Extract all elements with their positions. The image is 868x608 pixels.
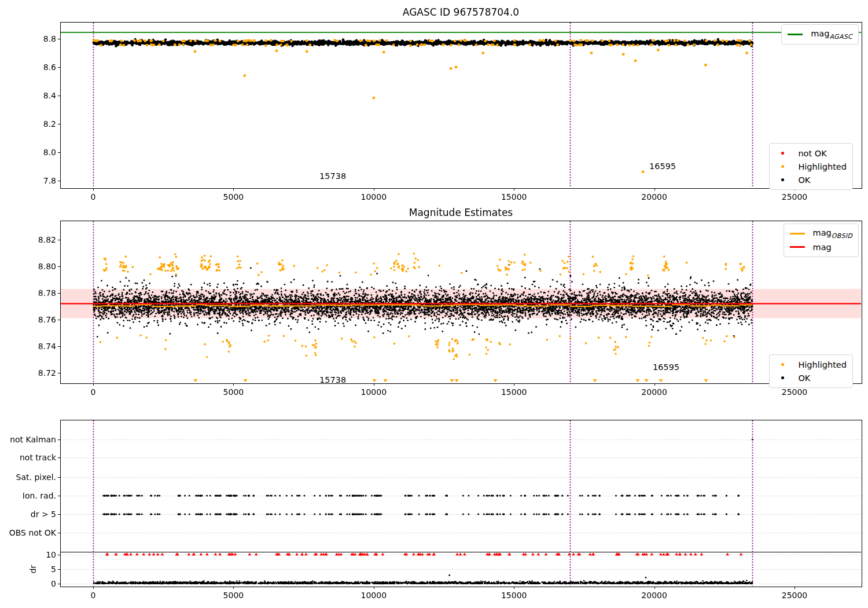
- x-tick-label: 15000: [501, 387, 527, 397]
- legend-label: OK: [798, 175, 810, 185]
- legend-label: Highlighted: [798, 162, 847, 171]
- y-tick-label: 8.6: [0, 63, 56, 72]
- x-tick-label: 10000: [361, 591, 387, 600]
- legend-label: magOBSID: [813, 228, 852, 240]
- legend-label-subscript: AGASC: [829, 33, 852, 41]
- legend-item: OK: [775, 173, 847, 186]
- annotation-obsid-16595: 16595: [649, 162, 676, 171]
- y-tick-label: 7.8: [0, 176, 56, 185]
- x-tick-label: 10000: [361, 192, 387, 202]
- y-tick-label: 8.0: [0, 148, 56, 157]
- legend-item: magAGASC: [788, 28, 852, 41]
- x-tick-label: 0: [91, 192, 96, 202]
- annotation-obsid-16595: 16595: [653, 362, 679, 372]
- legend-label-text: OK: [798, 373, 810, 383]
- x-tick-label: 25000: [782, 591, 808, 600]
- legend-label: Highlighted: [798, 360, 847, 369]
- y-tick-label: 8.76: [0, 315, 56, 324]
- x-tick-label: 20000: [641, 387, 667, 397]
- legend-mag-lines: magOBSIDmag: [784, 224, 859, 257]
- y-tick-label: 8.82: [0, 235, 56, 244]
- x-tick-label: 10000: [361, 387, 387, 397]
- y-tick-label: 8.72: [0, 368, 56, 378]
- dr-tick-label: 10: [0, 550, 56, 559]
- x-tick-label: 5000: [223, 591, 244, 600]
- flag-row-label: Ion. rad.: [0, 491, 56, 500]
- x-tick-label: 20000: [641, 192, 667, 202]
- y-tick-label: 8.8: [0, 34, 56, 43]
- x-tick-label: 0: [91, 387, 96, 397]
- legend-dot-marker: [781, 165, 784, 168]
- x-tick-label: 25000: [782, 387, 808, 397]
- dr-tick-label: 0: [0, 579, 56, 588]
- annotation-obsid-15738: 15738: [319, 375, 346, 384]
- flag-row-label: not Kalman: [0, 435, 56, 444]
- legend-line-marker: [790, 233, 805, 235]
- flag-row-label: dr > 5: [0, 510, 56, 519]
- figure: AGASC ID 967578704.0 Magnitude Estimates…: [0, 0, 868, 608]
- legend-label-text: not OK: [798, 149, 826, 158]
- legend-dot-marker: [781, 152, 784, 155]
- y-tick-label: 8.74: [0, 342, 56, 351]
- legend-label: mag: [813, 243, 832, 252]
- x-tick-label: 5000: [223, 387, 244, 397]
- legend-item: OK: [775, 371, 847, 384]
- legend-dot-marker: [781, 178, 784, 181]
- y-tick-label: 8.4: [0, 91, 56, 100]
- legend-label-text: mag: [811, 29, 829, 38]
- legend-item: mag: [790, 240, 852, 254]
- x-tick-label: 20000: [641, 591, 667, 600]
- flag-row-label: OBS not OK: [0, 528, 56, 537]
- legend-item: not OK: [775, 146, 847, 160]
- legend-label-text: mag: [813, 228, 832, 237]
- y-tick-label: 8.78: [0, 288, 56, 298]
- x-tick-label: 15000: [501, 591, 527, 600]
- x-tick-label: 25000: [782, 192, 808, 202]
- legend-dot-marker: [781, 376, 784, 379]
- legend-mag-agasc: magAGASC: [781, 24, 859, 45]
- legend-item: magOBSID: [790, 227, 852, 240]
- plot2-title: Magnitude Estimates: [60, 207, 862, 218]
- legend-label-text: OK: [798, 175, 810, 185]
- annotation-obsid-15738: 15738: [319, 171, 346, 181]
- legend-label-subscript: OBSID: [832, 232, 852, 240]
- x-tick-label: 0: [91, 591, 96, 600]
- dr-tick-label: 5: [0, 565, 56, 574]
- legend-highlighted: HighlightedOK: [769, 354, 853, 388]
- flag-row-label: not track: [0, 453, 56, 462]
- chart-canvas: [0, 0, 868, 608]
- legend-label-text: Highlighted: [798, 360, 847, 369]
- legend-label-text: Highlighted: [798, 162, 847, 171]
- legend-item: Highlighted: [775, 358, 847, 371]
- flag-row-label: Sat. pixel.: [0, 473, 56, 482]
- plot1-title: AGASC ID 967578704.0: [60, 6, 862, 18]
- legend-label-text: mag: [813, 243, 832, 252]
- x-tick-label: 15000: [501, 192, 527, 202]
- legend-label: OK: [798, 373, 810, 383]
- y-tick-label: 8.80: [0, 262, 56, 271]
- legend-line-marker: [790, 246, 805, 248]
- legend-dot-marker: [781, 363, 784, 366]
- legend-label: magAGASC: [811, 29, 852, 41]
- legend-ok-status: not OKHighlightedOK: [769, 143, 853, 190]
- legend-label: not OK: [798, 149, 826, 158]
- x-tick-label: 5000: [223, 192, 244, 202]
- legend-line-marker: [788, 34, 803, 35]
- legend-item: Highlighted: [775, 160, 847, 173]
- y-tick-label: 8.2: [0, 119, 56, 129]
